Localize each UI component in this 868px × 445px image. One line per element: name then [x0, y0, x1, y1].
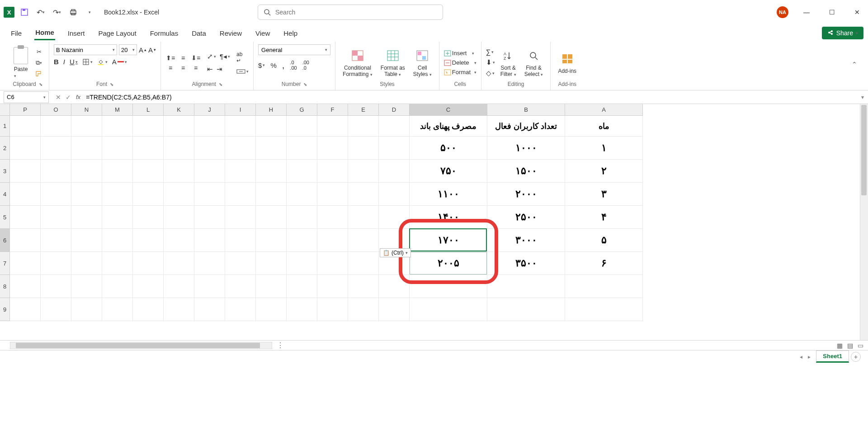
cell-E4[interactable] [348, 183, 379, 206]
number-format-select[interactable]: General▾ [258, 44, 330, 55]
cell-P1[interactable] [10, 116, 41, 137]
cell-G9[interactable] [287, 298, 317, 321]
autosum-button[interactable]: ∑ ▾ [486, 48, 495, 56]
align-middle[interactable]: ≡ [178, 54, 188, 62]
cell-I5[interactable] [225, 206, 256, 229]
align-top[interactable]: ⬆≡ [165, 54, 175, 62]
tab-formulas[interactable]: Formulas [149, 27, 179, 40]
row-header-8[interactable]: 8 [0, 275, 10, 298]
cell-C4[interactable]: ۱۱۰۰ [410, 183, 487, 206]
cell-O6[interactable] [41, 229, 71, 252]
maximize-button[interactable]: ☐ [825, 5, 839, 19]
cell-D1[interactable] [379, 116, 410, 137]
formula-input[interactable] [83, 94, 857, 101]
cell-B2[interactable]: ۱۰۰۰ [487, 137, 565, 160]
cell-J7[interactable] [194, 252, 225, 275]
vertical-scrollbar[interactable] [860, 104, 868, 340]
cell-P7[interactable] [10, 252, 41, 275]
cell-O3[interactable] [41, 160, 71, 183]
conditional-formatting-button[interactable]: Conditional Formatting ▾ [340, 47, 375, 78]
paste-button[interactable]: Paste▾ [11, 46, 31, 80]
cell-F9[interactable] [317, 298, 348, 321]
col-header-B[interactable]: B [487, 104, 565, 116]
cell-J8[interactable] [194, 275, 225, 298]
cell-I4[interactable] [225, 183, 256, 206]
underline-button[interactable]: U▾ [70, 58, 78, 66]
sheet-nav-prev[interactable]: ◂ [800, 354, 802, 360]
row-header-1[interactable]: 1 [0, 116, 10, 137]
cell-A9[interactable] [565, 298, 643, 321]
paste-options-smarttag[interactable]: 📋(Ctrl)▾ [380, 248, 411, 257]
currency-button[interactable]: $▾ [258, 62, 265, 69]
cell-F5[interactable] [317, 206, 348, 229]
cell-D5[interactable] [379, 206, 410, 229]
border-button[interactable]: ▾ [82, 58, 93, 66]
col-header-I[interactable]: I [225, 104, 256, 116]
cell-F2[interactable] [317, 137, 348, 160]
cell-N3[interactable] [71, 160, 102, 183]
col-header-C[interactable]: C [410, 104, 487, 116]
cell-E5[interactable] [348, 206, 379, 229]
row-header-3[interactable]: 3 [0, 160, 10, 183]
col-header-O[interactable]: O [41, 104, 71, 116]
cell-styles-button[interactable]: Cell Styles ▾ [410, 47, 434, 78]
cell-N2[interactable] [71, 137, 102, 160]
row-header-5[interactable]: 5 [0, 206, 10, 229]
col-header-G[interactable]: G [287, 104, 317, 116]
addins-button[interactable]: Add-ins [555, 51, 579, 75]
cell-L2[interactable] [133, 137, 164, 160]
search-box[interactable] [258, 5, 443, 20]
number-launcher[interactable]: ⬊ [303, 82, 307, 87]
col-header-H[interactable]: H [256, 104, 287, 116]
cell-G5[interactable] [287, 206, 317, 229]
cell-H8[interactable] [256, 275, 287, 298]
cell-A8[interactable] [565, 275, 643, 298]
cell-O8[interactable] [41, 275, 71, 298]
cell-M2[interactable] [102, 137, 133, 160]
align-bottom[interactable]: ⬇≡ [191, 54, 201, 62]
cell-K2[interactable] [164, 137, 194, 160]
format-cells-button[interactable]: Format ▾ [444, 69, 476, 76]
cell-F7[interactable] [317, 252, 348, 275]
increase-font-button[interactable]: A▴ [139, 46, 146, 54]
cell-C7[interactable]: ۲۰۰۵ [410, 252, 487, 275]
cell-M4[interactable] [102, 183, 133, 206]
col-header-D[interactable]: D [379, 104, 410, 116]
cell-C1[interactable]: مصرف پهنای باند [410, 116, 487, 137]
cell-H2[interactable] [256, 137, 287, 160]
sheet-tab-sheet1[interactable]: Sheet1 [816, 350, 849, 363]
cell-I3[interactable] [225, 160, 256, 183]
cell-H7[interactable] [256, 252, 287, 275]
add-sheet-button[interactable]: + [851, 352, 861, 362]
align-right[interactable]: ≡ [191, 64, 201, 71]
redo-button[interactable]: ↷▾ [51, 6, 63, 19]
clipboard-launcher[interactable]: ⬊ [39, 82, 42, 87]
cell-K6[interactable] [164, 229, 194, 252]
page-break-view-button[interactable]: ▭ [858, 342, 863, 349]
delete-cells-button[interactable]: Delete ▾ [444, 59, 476, 66]
close-button[interactable]: ✕ [850, 5, 864, 19]
cell-N7[interactable] [71, 252, 102, 275]
increase-indent[interactable]: ⇥ [217, 65, 222, 73]
cell-G1[interactable] [287, 116, 317, 137]
cell-P6[interactable] [10, 229, 41, 252]
fill-button[interactable]: ⬇ ▾ [486, 58, 495, 66]
tab-file[interactable]: File [10, 27, 23, 40]
tab-pagelayout[interactable]: Page Layout [97, 27, 137, 40]
print-button[interactable] [67, 6, 80, 19]
cell-A6[interactable]: ۵ [565, 229, 643, 252]
decrease-font-button[interactable]: A▾ [148, 46, 156, 54]
cell-B4[interactable]: ۲۰۰۰ [487, 183, 565, 206]
cell-L9[interactable] [133, 298, 164, 321]
row-header-4[interactable]: 4 [0, 183, 10, 206]
cell-M6[interactable] [102, 229, 133, 252]
cell-H1[interactable] [256, 116, 287, 137]
cell-N9[interactable] [71, 298, 102, 321]
cell-B6[interactable]: ۳۰۰۰ [487, 229, 565, 252]
find-select-button[interactable]: Find & Select ▾ [522, 47, 546, 78]
cell-O9[interactable] [41, 298, 71, 321]
insert-cells-button[interactable]: Insert ▾ [444, 50, 474, 57]
clear-button[interactable]: ◇ ▾ [486, 69, 495, 77]
expand-formula-bar[interactable]: ▾ [857, 94, 868, 100]
cell-I9[interactable] [225, 298, 256, 321]
